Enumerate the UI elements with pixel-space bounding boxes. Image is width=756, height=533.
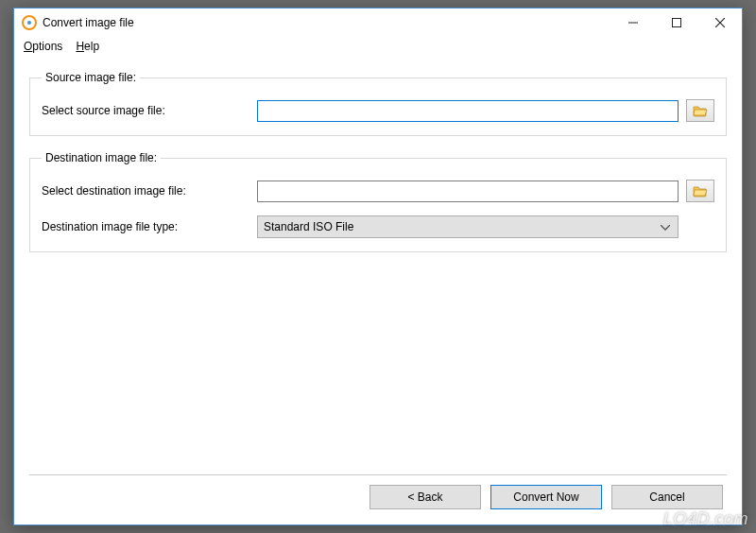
menubar: Options Help xyxy=(14,37,742,58)
footer-buttons: < Back Convert Now Cancel xyxy=(29,485,727,515)
menu-options[interactable]: Options xyxy=(24,40,62,53)
minimize-button[interactable] xyxy=(611,9,655,37)
destination-file-input[interactable] xyxy=(257,181,679,202)
cancel-button[interactable]: Cancel xyxy=(611,485,723,509)
destination-type-label: Destination image file type: xyxy=(42,220,257,233)
destination-legend: Destination image file: xyxy=(42,151,161,164)
destination-browse-button[interactable] xyxy=(686,180,714,202)
footer-separator xyxy=(29,474,727,475)
source-legend: Source image file: xyxy=(42,71,140,84)
source-browse-button[interactable] xyxy=(686,99,714,122)
destination-file-label: Select destination image file: xyxy=(42,184,257,198)
window-title: Convert image file xyxy=(43,16,134,29)
app-window: Convert image file Options Help Source i… xyxy=(13,8,743,525)
destination-type-value: Standard ISO File xyxy=(264,220,353,233)
folder-open-icon xyxy=(693,104,708,117)
source-label: Select source image file: xyxy=(42,104,257,117)
close-button[interactable] xyxy=(698,9,742,37)
svg-rect-1 xyxy=(673,18,681,26)
destination-group: Destination image file: Select destinati… xyxy=(29,151,727,252)
app-icon xyxy=(22,15,37,30)
chevron-down-icon xyxy=(661,220,670,233)
menu-help[interactable]: Help xyxy=(76,40,99,53)
destination-type-select[interactable]: Standard ISO File xyxy=(257,215,679,238)
folder-open-icon xyxy=(693,184,708,198)
back-button[interactable]: < Back xyxy=(369,485,481,509)
titlebar: Convert image file xyxy=(14,9,742,37)
source-group: Source image file: Select source image f… xyxy=(29,71,727,136)
maximize-button[interactable] xyxy=(655,9,698,37)
window-controls xyxy=(611,9,742,37)
convert-now-button[interactable]: Convert Now xyxy=(490,485,602,509)
client-area: Source image file: Select source image f… xyxy=(14,58,742,524)
source-file-input[interactable] xyxy=(257,100,679,122)
